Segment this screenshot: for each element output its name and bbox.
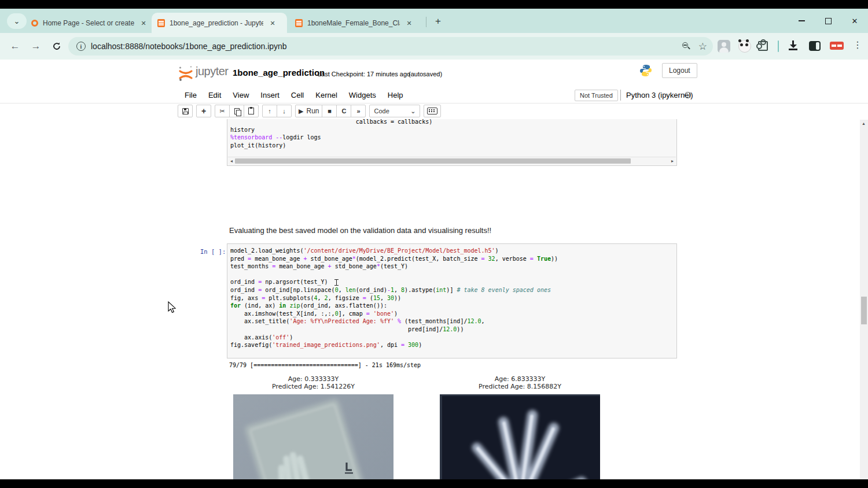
logout-label: Logout	[669, 66, 690, 75]
browser-menu-icon[interactable]: ⋮	[853, 39, 862, 50]
jupyter-favicon-icon	[31, 20, 38, 27]
checkpoint-text: Last Checkpoint: 17 minutes ago	[318, 71, 410, 77]
cell-prompt: In [ ]:	[200, 248, 226, 255]
restore-button[interactable]	[815, 9, 841, 33]
address-bar[interactable]: i localhost:8888/notebooks/1bone_age_pre…	[68, 37, 713, 56]
bottom-letterbox	[0, 479, 868, 488]
kernel-name[interactable]: Python 3 (ipykernel)	[626, 91, 693, 99]
notebook-body: callbacks = callbacks)history%tensorboar…	[0, 120, 860, 479]
fast-forward-icon: »	[356, 108, 360, 114]
logout-button[interactable]: Logout	[662, 63, 697, 78]
close-tab-icon[interactable]: ✕	[404, 19, 414, 28]
chevron-down-icon: ⌄	[410, 108, 415, 115]
forward-button[interactable]: →	[29, 39, 43, 53]
tab-home-page[interactable]: Home Page - Select or create a ✕	[25, 13, 149, 33]
stop-icon: ■	[328, 108, 332, 114]
mouse-cursor	[168, 301, 176, 314]
panda-extension-icon[interactable]	[738, 40, 751, 53]
cell-horizontal-scrollbar[interactable]: ◂ ▸	[228, 157, 676, 165]
page-vertical-scrollbar[interactable]: ▲	[860, 120, 868, 479]
xray-image-left	[233, 394, 393, 479]
menu-kernel[interactable]: Kernel	[310, 91, 343, 99]
cell-type-label: Code	[374, 108, 389, 114]
scissors-icon: ✂	[219, 108, 225, 115]
code-editor[interactable]: model_2.load_weights('/content/drive/MyD…	[227, 244, 676, 358]
bookmark-star-icon[interactable]: ☆	[698, 40, 707, 53]
scrollbar-thumb[interactable]	[861, 297, 867, 324]
not-trusted-label: Not Trusted	[580, 92, 613, 99]
scrollbar-thumb[interactable]	[235, 158, 631, 164]
close-tab-icon[interactable]: ✕	[268, 19, 277, 28]
menu-cell[interactable]: Cell	[285, 91, 310, 99]
plus-icon: +	[201, 106, 206, 116]
menu-insert[interactable]: Insert	[255, 91, 285, 99]
code-cell-partial[interactable]: callbacks = callbacks)history%tensorboar…	[227, 119, 677, 166]
keyboard-icon	[427, 108, 437, 114]
reload-button[interactable]	[50, 39, 64, 53]
figure-caption: Age: 6.833333Y	[440, 376, 600, 383]
save-button[interactable]	[178, 105, 193, 117]
add-cell-button[interactable]: +	[196, 105, 211, 117]
play-icon: ▶	[299, 108, 303, 115]
jupyter-logo-icon	[178, 65, 193, 82]
window-controls: ✕	[788, 9, 868, 33]
close-icon: ✕	[852, 17, 858, 25]
code-cell-main[interactable]: model_2.load_weights('/content/drive/MyD…	[227, 243, 677, 358]
menu-help[interactable]: Help	[382, 91, 409, 99]
toolbar-separator	[778, 40, 779, 52]
menu-widgets[interactable]: Widgets	[343, 91, 382, 99]
scroll-right-icon[interactable]: ▸	[669, 158, 676, 164]
adblock-extension-icon[interactable]	[830, 42, 844, 50]
restart-icon: C	[342, 108, 347, 114]
profile-extension-icon[interactable]	[718, 40, 730, 53]
restore-icon	[825, 18, 832, 24]
kernel-separator	[620, 90, 621, 101]
menu-edit[interactable]: Edit	[203, 91, 227, 99]
site-info-icon[interactable]: i	[76, 42, 86, 51]
notebook-favicon-icon	[157, 19, 165, 27]
save-icon	[182, 108, 189, 114]
menu-view[interactable]: View	[227, 91, 255, 99]
markdown-cell[interactable]: Evaluating the best saved model on the v…	[229, 226, 491, 235]
minimize-icon	[799, 20, 805, 21]
tab-search-button[interactable]: ⌄	[7, 13, 27, 29]
arrow-up-icon: ↑	[268, 108, 271, 114]
close-window-button[interactable]: ✕	[841, 9, 868, 33]
reload-icon	[52, 42, 61, 51]
not-trusted-button[interactable]: Not Trusted	[575, 90, 618, 101]
figure-left: Age: 0.333333Y Predicted Age: 1.541226Y	[233, 376, 393, 479]
browser-toolbar: ← → i localhost:8888/notebooks/1bone_age…	[0, 33, 868, 60]
text-ibeam-cursor	[334, 279, 339, 286]
top-letterbox	[0, 0, 868, 9]
notebook-title[interactable]: 1bone_age_prediction	[233, 68, 325, 77]
figure-right: Age: 6.833333Y Predicted Age: 8.156882Y	[440, 376, 600, 479]
tab-divider	[426, 17, 426, 27]
menu-file[interactable]: File	[179, 91, 203, 99]
close-tab-icon[interactable]: ✕	[139, 19, 148, 28]
tab-bone-age-prediction[interactable]: 1bone_age_prediction - Jupyter ✕	[152, 13, 287, 33]
new-tab-button[interactable]: +	[431, 14, 446, 29]
screen: ⌄ Home Page - Select or create a ✕ 1bone…	[0, 0, 868, 488]
scroll-up-icon[interactable]: ▲	[862, 121, 866, 125]
downloads-icon[interactable]	[788, 40, 799, 50]
tab-title: 1boneMale_Female_Bone_Class	[307, 19, 400, 27]
minimize-button[interactable]	[788, 9, 815, 33]
zoom-out-icon[interactable]	[682, 42, 690, 50]
tab-bone-classification[interactable]: 1boneMale_Female_Bone_Class ✕	[289, 13, 421, 33]
url-text[interactable]: localhost:8888/notebooks/1bone_age_predi…	[91, 42, 287, 51]
scroll-left-icon[interactable]: ◂	[228, 158, 235, 164]
side-panel-icon[interactable]	[809, 41, 821, 51]
back-button[interactable]: ←	[8, 39, 22, 53]
jupyter-header: jupyter 1bone_age_prediction Last Checkp…	[0, 60, 868, 87]
notebook-favicon-icon	[295, 19, 303, 27]
code-editor[interactable]: callbacks = callbacks)history%tensorboar…	[227, 115, 676, 161]
jupyter-wordmark[interactable]: jupyter	[196, 65, 229, 78]
kernel-idle-icon	[685, 92, 691, 98]
xray-image-right: L E1	[440, 394, 600, 479]
cell-output-text: 79/79 [==============================] -…	[229, 362, 421, 368]
notebook-page: jupyter 1bone_age_prediction Last Checkp…	[0, 60, 868, 479]
python-logo-icon	[639, 64, 652, 77]
extensions-puzzle-icon[interactable]	[757, 40, 767, 50]
figure-caption: Age: 0.333333Y	[233, 376, 393, 383]
tab-title: Home Page - Select or create a	[43, 19, 134, 27]
